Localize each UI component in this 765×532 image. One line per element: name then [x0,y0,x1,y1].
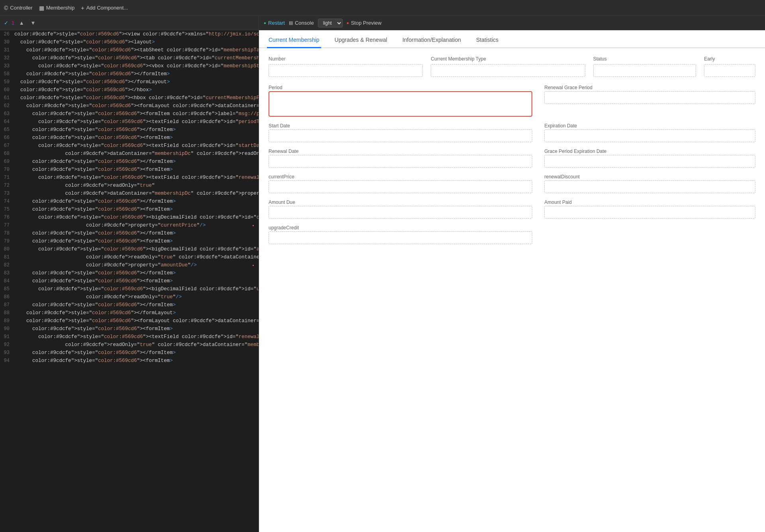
code-line: 67 color:#9cdcfe">style="color:#569cd6">… [0,142,259,150]
line-marker [251,70,255,78]
line-content: color:#9cdcfe">style="color:#569cd6"></f… [14,309,251,317]
nav-up-button[interactable]: ▲ [18,19,26,27]
period-row: Period Renewal Grace Period [269,85,755,117]
code-line: 87 color:#9cdcfe">style="color:#569cd6">… [0,301,259,309]
line-content: color:#9cdcfe">style="color:#569cd6"></f… [14,301,251,309]
line-content: color:#9cdcfe">style="color:#569cd6"><ta… [14,54,259,62]
code-view[interactable]: 26color:#9cdcfe">style="color:#569cd6"><… [0,30,259,532]
code-line: 94 color:#9cdcfe">style="color:#569cd6">… [0,357,259,365]
status-label: Status [593,56,696,62]
tab-information-explanation[interactable]: Information/Explanation [401,33,463,48]
code-line: 26color:#9cdcfe">style="color:#569cd6"><… [0,30,259,38]
renewal-discount-label: renewalDiscount [544,174,755,180]
renewal-grace-period-label: Renewal Grace Period [544,85,755,90]
line-number: 68 [0,150,14,158]
amount-due-input[interactable] [269,206,532,219]
code-line: 88 color:#9cdcfe">style="color:#569cd6">… [0,309,259,317]
line-content: color:#9cdcfe">style="color:#569cd6"><bi… [14,285,259,293]
error-count: 1 [12,20,14,26]
membership-type-input[interactable] [431,64,585,77]
console-button[interactable]: ▤ Console [289,20,314,26]
renewal-date-row: Renewal Date Grace Period Expiration Dat… [269,149,755,168]
line-marker [251,237,255,245]
tab-statistics[interactable]: Statistics [475,33,500,48]
nav-down-button[interactable]: ▼ [29,19,37,27]
line-number: 82 [0,261,14,269]
renewal-discount-input[interactable] [544,180,755,193]
line-number: 69 [0,158,14,166]
code-line: 92 color:#9cdcfe">readOnly="true" color:… [0,341,259,349]
line-content: color:#9cdcfe">style="color:#569cd6"></f… [14,229,251,237]
line-content: color:#9cdcfe">style="color:#569cd6"></f… [14,198,251,205]
line-number: 80 [0,245,14,253]
top-bar: © Controller ▦ Membership + Add Componen… [0,0,765,16]
line-content: color:#9cdcfe">style="color:#569cd6"><te… [14,333,259,341]
code-line: 63 color:#9cdcfe">style="color:#569cd6">… [0,110,259,118]
line-content: color:#9cdcfe">style="color:#569cd6"><te… [14,142,259,150]
code-line: 71 color:#9cdcfe">style="color:#569cd6">… [0,174,259,182]
grace-period-exp-input[interactable] [544,155,755,168]
line-marker [251,301,255,309]
code-line: 86 color:#9cdcfe">readOnly="true"/> [0,293,259,301]
line-number: 83 [0,269,14,277]
line-number: 62 [0,102,14,110]
renewal-date-input[interactable] [269,155,532,168]
expiration-date-field-group: Expiration Date [544,123,755,142]
early-label: Early [704,56,755,62]
price-row: currentPrice renewalDiscount [269,174,755,193]
expiration-date-input[interactable] [544,129,755,142]
check-icon: ✓ [4,20,8,26]
code-line: 78 color:#9cdcfe">style="color:#569cd6">… [0,229,259,237]
early-input[interactable] [704,64,755,77]
line-content: color:#9cdcfe">style="color:#569cd6"></f… [14,269,251,277]
period-input[interactable] [269,91,532,117]
red-circle-icon: ● [347,21,349,25]
line-content: color:#9cdcfe">style="color:#569cd6"><fo… [14,134,251,142]
current-price-input[interactable] [269,180,532,193]
code-line: 83 color:#9cdcfe">style="color:#569cd6">… [0,269,259,277]
number-field-group: Number [269,56,423,77]
theme-select[interactable]: light dark [318,19,343,27]
code-line: 33 color:#9cdcfe">style="color:#569cd6">… [0,62,259,70]
code-line: 73 color:#9cdcfe">dataContainer="members… [0,190,259,198]
line-content: color:#9cdcfe">style="color:#569cd6"></f… [14,126,251,134]
start-date-field-group: Start Date [269,123,532,142]
code-line: 89 color:#9cdcfe">style="color:#569cd6">… [0,317,259,325]
console-label: Console [295,20,314,26]
renewal-grace-period-input[interactable] [544,91,755,104]
status-input[interactable] [593,64,696,77]
membership-icon: ▦ [39,5,44,11]
line-marker [251,126,255,134]
tab-current-membership[interactable]: Current Membership [267,33,321,48]
line-content: color:#9cdcfe">style="color:#569cd6"></h… [14,86,251,94]
number-input[interactable] [269,64,423,77]
line-content: color:#9cdcfe">style="color:#569cd6"><fo… [14,166,251,174]
code-line: 76 color:#9cdcfe">style="color:#569cd6">… [0,213,259,221]
line-marker [251,277,255,285]
code-line: 74 color:#9cdcfe">style="color:#569cd6">… [0,198,259,205]
code-line: 81 color:#9cdcfe">readOnly="true" color:… [0,253,259,261]
stop-preview-button[interactable]: ● Stop Preview [347,20,382,26]
line-number: 33 [0,62,14,70]
amount-row: Amount Due Amount Paid [269,200,755,219]
line-content: color:#9cdcfe">dataContainer="membership… [14,150,259,158]
tab-bar: Current Membership Upgrades & Renewal In… [259,30,765,48]
code-line: 58 color:#9cdcfe">style="color:#569cd6">… [0,70,259,78]
line-number: 73 [0,190,14,198]
add-component-tab[interactable]: + Add Component... [81,5,128,11]
code-line: 80 color:#9cdcfe">style="color:#569cd6">… [0,245,259,253]
upgrade-credit-input[interactable] [269,231,532,244]
amount-paid-input[interactable] [544,206,755,219]
controller-tab[interactable]: © Controller [4,5,33,11]
start-date-input[interactable] [269,129,532,142]
line-number: 77 [0,221,14,229]
upgrade-credit-field-group: upgradeCredit [269,225,532,244]
status-field-group: Status [593,56,696,77]
line-content: color:#9cdcfe">style="color:#569cd6"></f… [14,70,251,78]
line-number: 61 [0,94,14,102]
amount-due-label: Amount Due [269,200,532,205]
membership-tab[interactable]: ▦ Membership [39,5,75,11]
restart-button[interactable]: ● Restart [264,20,285,26]
code-line: 84 color:#9cdcfe">style="color:#569cd6">… [0,277,259,285]
tab-upgrades-renewal[interactable]: Upgrades & Renewal [333,33,389,48]
